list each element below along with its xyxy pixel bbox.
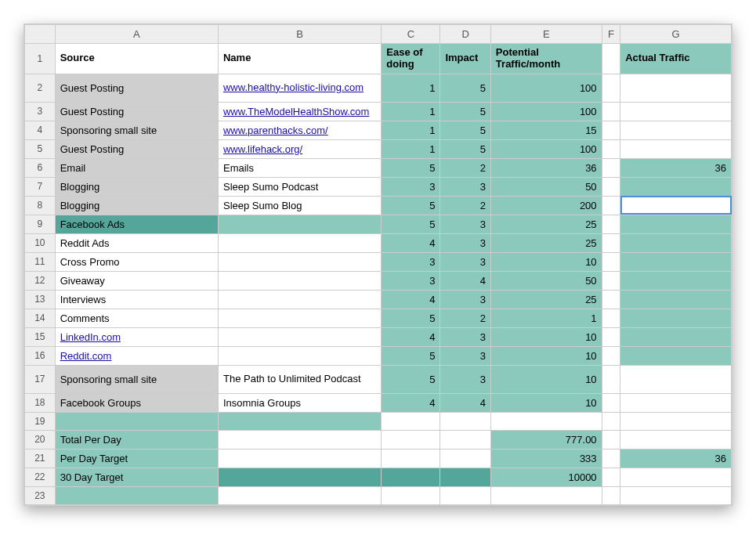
- cell-E7[interactable]: 50: [490, 177, 602, 196]
- col-header-B[interactable]: B: [218, 25, 381, 44]
- cell-C22[interactable]: [382, 468, 440, 486]
- header-ease[interactable]: Ease of doing: [382, 44, 440, 74]
- cell-B21[interactable]: [218, 449, 381, 468]
- cell-B7[interactable]: Sleep Sumo Podcast: [218, 177, 381, 196]
- cell-A14[interactable]: Comments: [55, 309, 218, 327]
- cell-G8[interactable]: [620, 196, 732, 215]
- cell-E17[interactable]: 10: [490, 365, 602, 393]
- cell-F16[interactable]: [602, 346, 620, 365]
- cell-D19[interactable]: [440, 412, 490, 430]
- row-header-3[interactable]: 3: [25, 102, 56, 121]
- cell-B20[interactable]: [218, 430, 381, 449]
- cell-G22[interactable]: [620, 468, 732, 486]
- cell-G10[interactable]: [620, 233, 732, 252]
- cell-E19[interactable]: [490, 412, 602, 430]
- cell-F15[interactable]: [602, 327, 620, 346]
- cell-G4[interactable]: [620, 121, 732, 139]
- cell-G5[interactable]: [620, 139, 732, 158]
- cell-B19[interactable]: [218, 412, 381, 430]
- cell-G2[interactable]: [620, 74, 732, 102]
- cell-G14[interactable]: [620, 309, 732, 327]
- cell-E2[interactable]: 100: [490, 74, 602, 102]
- cell-D15[interactable]: 3: [440, 327, 490, 346]
- cell-B10[interactable]: [218, 233, 381, 252]
- cell-A15[interactable]: LinkedIn.com: [55, 327, 218, 346]
- cell-B13[interactable]: [218, 290, 381, 309]
- cell-E18[interactable]: 10: [490, 393, 602, 412]
- cell-E6[interactable]: 36: [490, 158, 602, 177]
- header-blank-F[interactable]: [602, 44, 620, 74]
- cell-D14[interactable]: 2: [440, 309, 490, 327]
- cell-C6[interactable]: 5: [382, 158, 440, 177]
- cell-B22[interactable]: [218, 468, 381, 486]
- cell-B9[interactable]: [218, 215, 381, 233]
- cell-G11[interactable]: [620, 252, 732, 271]
- cell-C14[interactable]: 5: [382, 309, 440, 327]
- link[interactable]: LinkedIn.com: [60, 331, 121, 343]
- header-impact[interactable]: Impact: [440, 44, 490, 74]
- cell-B3[interactable]: www.TheModelHealthShow.com: [218, 102, 381, 121]
- cell-A16[interactable]: Reddit.com: [55, 346, 218, 365]
- row-header-13[interactable]: 13: [25, 290, 56, 309]
- cell-C20[interactable]: [382, 430, 440, 449]
- cell-B14[interactable]: [218, 309, 381, 327]
- cell-F13[interactable]: [602, 290, 620, 309]
- row-header-1[interactable]: 1: [25, 44, 56, 74]
- cell-G21[interactable]: 36: [620, 449, 732, 468]
- cell-F9[interactable]: [602, 215, 620, 233]
- header-name[interactable]: Name: [218, 44, 381, 74]
- cell-F20[interactable]: [602, 430, 620, 449]
- col-header-D[interactable]: D: [440, 25, 490, 44]
- cell-E12[interactable]: 50: [490, 271, 602, 290]
- row-header-23[interactable]: 23: [25, 486, 56, 504]
- cell-B8[interactable]: Sleep Sumo Blog: [218, 196, 381, 215]
- cell-D23[interactable]: [440, 486, 490, 504]
- cell-A11[interactable]: Cross Promo: [55, 252, 218, 271]
- link[interactable]: www.lifehack.org/: [223, 143, 302, 155]
- header-source[interactable]: Source: [55, 44, 218, 74]
- cell-E13[interactable]: 25: [490, 290, 602, 309]
- cell-E11[interactable]: 10: [490, 252, 602, 271]
- cell-C16[interactable]: 5: [382, 346, 440, 365]
- cell-A18[interactable]: Facebook Groups: [55, 393, 218, 412]
- cell-D22[interactable]: [440, 468, 490, 486]
- col-header-C[interactable]: C: [382, 25, 440, 44]
- cell-B17[interactable]: The Path to Unlimited Podcast: [218, 365, 381, 393]
- cell-C9[interactable]: 5: [382, 215, 440, 233]
- cell-A21[interactable]: Per Day Target: [55, 449, 218, 468]
- header-potential[interactable]: Potential Traffic/month: [490, 44, 602, 74]
- cell-E9[interactable]: 25: [490, 215, 602, 233]
- cell-G17[interactable]: [620, 365, 732, 393]
- cell-C2[interactable]: 1: [382, 74, 440, 102]
- cell-A22[interactable]: 30 Day Target: [55, 468, 218, 486]
- link[interactable]: www.parenthacks.com/: [223, 125, 328, 136]
- link[interactable]: Reddit.com: [60, 350, 112, 362]
- cell-D3[interactable]: 5: [440, 102, 490, 121]
- cell-B12[interactable]: [218, 271, 381, 290]
- cell-A19[interactable]: [55, 412, 218, 430]
- cell-D12[interactable]: 4: [440, 271, 490, 290]
- cell-D9[interactable]: 3: [440, 215, 490, 233]
- cell-D8[interactable]: 2: [440, 196, 490, 215]
- cell-G3[interactable]: [620, 102, 732, 121]
- cell-F23[interactable]: [602, 486, 620, 504]
- cell-A4[interactable]: Sponsoring small site: [55, 121, 218, 139]
- row-header-11[interactable]: 11: [25, 252, 56, 271]
- row-header-9[interactable]: 9: [25, 215, 56, 233]
- cell-D7[interactable]: 3: [440, 177, 490, 196]
- cell-E14[interactable]: 1: [490, 309, 602, 327]
- cell-F22[interactable]: [602, 468, 620, 486]
- cell-F2[interactable]: [602, 74, 620, 102]
- cell-G15[interactable]: [620, 327, 732, 346]
- cell-F8[interactable]: [602, 196, 620, 215]
- row-header-7[interactable]: 7: [25, 177, 56, 196]
- cell-A23[interactable]: [55, 486, 218, 504]
- row-header-8[interactable]: 8: [25, 196, 56, 215]
- cell-E23[interactable]: [490, 486, 602, 504]
- row-header-18[interactable]: 18: [25, 393, 56, 412]
- cell-A13[interactable]: Interviews: [55, 290, 218, 309]
- cell-B11[interactable]: [218, 252, 381, 271]
- cell-F14[interactable]: [602, 309, 620, 327]
- cell-F12[interactable]: [602, 271, 620, 290]
- cell-A12[interactable]: Giveaway: [55, 271, 218, 290]
